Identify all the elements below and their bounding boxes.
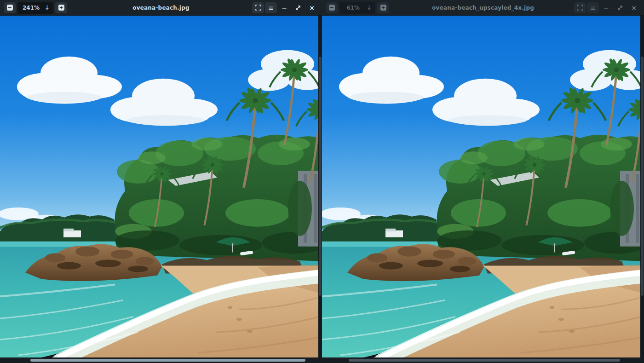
fullscreen-icon [255,5,261,11]
restore-button[interactable] [614,2,627,13]
horizontal-scrollbar-thumb[interactable] [349,359,620,362]
zoom-in-icon: + [380,5,386,11]
zoom-dropdown-arrow-icon[interactable]: ↓ [367,4,372,11]
toolbar: − 241% ↓ + oveana-beach.jpg ≡ [0,0,322,16]
menu-icon: ≡ [268,4,274,12]
minimize-icon: − [604,4,609,12]
close-button[interactable]: × [305,2,318,13]
zoom-level-value: 241% [21,5,41,11]
zoom-out-icon: − [7,5,13,11]
fullscreen-button[interactable] [252,2,264,13]
viewer-window-original: − 241% ↓ + oveana-beach.jpg ≡ [0,0,322,363]
zoom-dropdown-arrow-icon[interactable]: ↓ [45,4,50,11]
minimize-icon: − [282,4,287,12]
fullscreen-button[interactable] [574,2,586,13]
zoom-level-value: 61% [343,5,363,11]
beach-photo [0,16,322,357]
zoom-in-icon: + [58,5,64,11]
close-icon: × [631,4,637,12]
minimize-button[interactable]: − [600,2,613,13]
horizontal-scrollbar-thumb[interactable] [30,359,305,362]
menu-button[interactable]: ≡ [587,2,599,13]
zoom-in-button[interactable]: + [377,2,389,13]
viewer-window-upscaled: − 61% ↓ + oveana-beach_upscayled_4x.jpg [322,0,644,363]
restore-icon [617,5,623,11]
close-button[interactable]: × [627,2,640,13]
zoom-level-field[interactable]: 61% ↓ [339,2,375,14]
horizontal-scrollbar[interactable] [0,357,322,363]
fullscreen-icon [577,5,583,11]
menu-icon: ≡ [590,4,596,12]
vertical-scrollbar[interactable] [640,16,644,357]
toolbar: − 61% ↓ + oveana-beach_upscayled_4x.jpg [322,0,644,16]
restore-button[interactable] [292,2,305,13]
desktop: − 241% ↓ + oveana-beach.jpg ≡ [0,0,644,363]
zoom-in-button[interactable]: + [55,2,67,13]
zoom-out-button[interactable]: − [326,2,338,13]
vertical-scrollbar-thumb[interactable] [319,57,322,296]
beach-photo-upscaled [322,16,644,357]
vertical-scrollbar[interactable] [318,16,322,357]
menu-button[interactable]: ≡ [265,2,277,13]
restore-icon [295,5,301,11]
minimize-button[interactable]: − [278,2,291,13]
vertical-scrollbar-thumb[interactable] [641,57,644,296]
horizontal-scrollbar[interactable] [322,357,644,363]
zoom-out-icon: − [329,5,335,11]
zoom-level-field[interactable]: 241% ↓ [17,2,53,14]
close-icon: × [309,4,315,12]
image-viewport[interactable] [322,16,644,357]
zoom-out-button[interactable]: − [4,2,16,13]
image-viewport[interactable] [0,16,322,357]
